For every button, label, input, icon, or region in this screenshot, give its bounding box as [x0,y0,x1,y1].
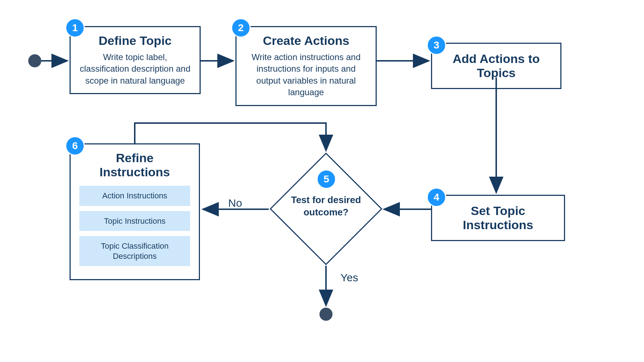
step-3-badge: 3 [427,35,446,55]
step-1-badge: 1 [65,18,85,38]
refine-item-0: Action Instructions [79,186,190,206]
start-node [28,54,41,67]
step-3-box: Add Actions to Topics [431,43,561,89]
step-1-desc: Write topic label, classification descri… [79,51,191,87]
step-6-box: Refine Instructions Action Instructions … [70,143,200,280]
refine-item-1: Topic Instructions [79,211,190,231]
step-5-badge: 5 [317,169,336,189]
no-label: No [228,197,242,209]
flowchart-canvas: Define Topic Write topic label, classifi… [0,0,644,362]
decision-text: Test for desired outcome? [286,194,366,219]
step-2-box: Create Actions Write action instructions… [235,26,377,106]
end-node [319,308,333,321]
step-4-badge: 4 [427,188,446,207]
step-3-title: Add Actions to Topics [441,52,552,80]
step-4-title: Set Topic Instructions [441,204,555,232]
step-6-title: Refine Instructions [79,151,190,179]
step-6-badge: 6 [65,136,85,156]
refine-item-2: Topic Classification Descriptions [79,236,190,266]
step-2-desc: Write action instructions and instructio… [245,51,367,98]
step-1-title: Define Topic [79,34,191,48]
step-1-box: Define Topic Write topic label, classifi… [70,26,201,94]
step-2-title: Create Actions [245,34,367,48]
yes-label: Yes [340,272,358,284]
step-2-badge: 2 [231,18,251,38]
step-4-box: Set Topic Instructions [431,195,565,241]
